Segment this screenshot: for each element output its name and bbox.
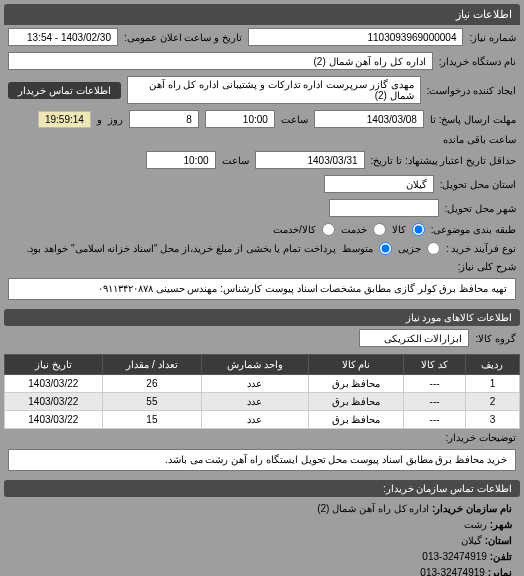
- table-header: کد کالا: [404, 355, 466, 375]
- contact-info: نام سازمان خریدار: اداره کل راه آهن شمال…: [4, 497, 520, 576]
- validity-label: حداقل تاریخ اعتبار پیشنهاد: تا تاریخ:: [371, 155, 516, 166]
- pkg-service-input[interactable]: [373, 223, 386, 236]
- table-cell: 1403/03/22: [5, 375, 103, 393]
- table-cell: 15: [102, 411, 202, 429]
- table-cell: عدد: [202, 411, 308, 429]
- announce-label: تاریخ و ساعت اعلان عمومی:: [124, 32, 242, 43]
- goods-header-text: اطلاعات کالاهای مورد نیاز: [406, 312, 512, 323]
- org-label: نام سازمان خریدار:: [432, 503, 512, 514]
- city-value: رشت: [464, 519, 487, 530]
- table-cell: ---: [404, 411, 466, 429]
- packaging-label: طبقه بندی موضوعی:: [431, 224, 516, 235]
- time-label-1: ساعت: [281, 114, 308, 125]
- table-row: 3---محافظ برقعدد151403/03/22: [5, 411, 520, 429]
- table-cell: محافظ برق: [308, 393, 404, 411]
- table-header: تعداد / مقدار: [102, 355, 202, 375]
- table-cell: 1403/03/22: [5, 411, 103, 429]
- pkg-goods-input[interactable]: [412, 223, 425, 236]
- province-label: استان محل تحویل:: [440, 179, 516, 190]
- proc-medium-input[interactable]: [379, 242, 392, 255]
- phone-value: 32474919-013: [422, 551, 487, 562]
- buyer-note-label: توضیحات خریدار:: [445, 432, 516, 443]
- deadline-label: مهلت ارسال پاسخ: تا: [430, 114, 516, 125]
- group-field: ابزارالات الکتریکی: [359, 329, 469, 347]
- table-cell: 55: [102, 393, 202, 411]
- table-header: واحد شمارش: [202, 355, 308, 375]
- proc-partial-input[interactable]: [427, 242, 440, 255]
- table-header: نام کالا: [308, 355, 404, 375]
- days-field: 8: [129, 110, 199, 128]
- contact-buyer-button[interactable]: اطلاعات تماس خریدار: [8, 82, 121, 99]
- buyer-name-field: اداره کل راه آهن شمال (2): [8, 52, 433, 70]
- table-cell: 2: [465, 393, 519, 411]
- days-and: و: [97, 114, 102, 125]
- deadline-date-field: 1403/03/08: [314, 110, 424, 128]
- pkg-both-radio[interactable]: کالا/خدمت: [273, 223, 335, 236]
- table-cell: عدد: [202, 393, 308, 411]
- table-header: ردیف: [465, 355, 519, 375]
- proc-medium-radio[interactable]: متوسط: [342, 242, 392, 255]
- table-cell: محافظ برق: [308, 411, 404, 429]
- contact-header-text: اطلاعات تماس سازمان خریدار:: [383, 483, 512, 494]
- remaining-label: ساعت باقی مانده: [443, 134, 516, 145]
- deadline-time-field: 10:00: [205, 110, 275, 128]
- fax-label: نمابر:: [488, 567, 512, 576]
- city-label: شهر:: [490, 519, 512, 530]
- proc-partial-radio[interactable]: جزیی: [398, 242, 440, 255]
- validity-time-field: 10:00: [146, 151, 216, 169]
- request-number-label: شماره نیاز:: [469, 32, 516, 43]
- announce-field: 1403/02/30 - 13:54: [8, 28, 118, 46]
- table-cell: عدد: [202, 375, 308, 393]
- province-field: گیلان: [324, 175, 434, 193]
- goods-table: ردیفکد کالانام کالاواحد شمارشتعداد / مقد…: [4, 354, 520, 429]
- fax-value: 32474919-013: [420, 567, 485, 576]
- requester-label: ایجاد کننده درخواست:: [427, 85, 516, 96]
- city-delivery-label: شهر محل تحویل:: [445, 203, 516, 214]
- table-header: تاریخ نیاز: [5, 355, 103, 375]
- phone-label: تلفن:: [490, 551, 512, 562]
- org-value: اداره کل راه آهن شمال (2): [317, 503, 429, 514]
- requester-field: مهدی گازر سرپرست اداره تدارکات و پشتیبان…: [127, 76, 421, 104]
- prov-label: استان:: [485, 535, 512, 546]
- table-cell: محافظ برق: [308, 375, 404, 393]
- request-number-field: 1103093969000004: [248, 28, 464, 46]
- pkg-both-input[interactable]: [322, 223, 335, 236]
- pkg-goods-text: کالا: [392, 224, 406, 235]
- remaining-time: 19:59:14: [38, 111, 91, 128]
- table-row: 2---محافظ برقعدد551403/03/22: [5, 393, 520, 411]
- goods-header-bar: اطلاعات کالاهای مورد نیاز: [4, 309, 520, 326]
- city-delivery-field: [329, 199, 439, 217]
- proc-partial-text: جزیی: [398, 243, 421, 254]
- pkg-goods-radio[interactable]: کالا: [392, 223, 425, 236]
- pkg-service-radio[interactable]: خدمت: [341, 223, 386, 236]
- table-cell: 26: [102, 375, 202, 393]
- prov-value: گیلان: [461, 535, 482, 546]
- table-cell: ---: [404, 393, 466, 411]
- panel-header: اطلاعات نیاز: [4, 4, 520, 25]
- validity-date-field: 1403/03/31: [255, 151, 365, 169]
- process-note: پرداخت تمام یا بخشی از مبلغ خرید،از محل …: [27, 243, 336, 254]
- days-suffix: روز: [108, 114, 123, 125]
- time-label-2: ساعت: [222, 155, 249, 166]
- pkg-both-text: کالا/خدمت: [273, 224, 316, 235]
- process-label: نوع فرآیند خرید :: [446, 243, 516, 254]
- table-cell: 3: [465, 411, 519, 429]
- contact-header-bar: اطلاعات تماس سازمان خریدار:: [4, 480, 520, 497]
- desc-box: تهیه محافظ برق کولر گازی مطابق مشخصات اس…: [8, 278, 516, 300]
- desc-label: شرح کلی نیاز:: [458, 261, 516, 272]
- proc-medium-text: متوسط: [342, 243, 373, 254]
- panel-title: اطلاعات نیاز: [456, 8, 512, 20]
- buyer-note-box: خرید محافظ برق مطابق اسناد پیوست محل تحو…: [8, 449, 516, 471]
- group-label: گروه کالا:: [475, 333, 516, 344]
- table-cell: ---: [404, 375, 466, 393]
- table-cell: 1403/03/22: [5, 393, 103, 411]
- pkg-service-text: خدمت: [341, 224, 367, 235]
- table-row: 1---محافظ برقعدد261403/03/22: [5, 375, 520, 393]
- table-cell: 1: [465, 375, 519, 393]
- buyer-name-label: نام دستگاه خریدار:: [439, 56, 516, 67]
